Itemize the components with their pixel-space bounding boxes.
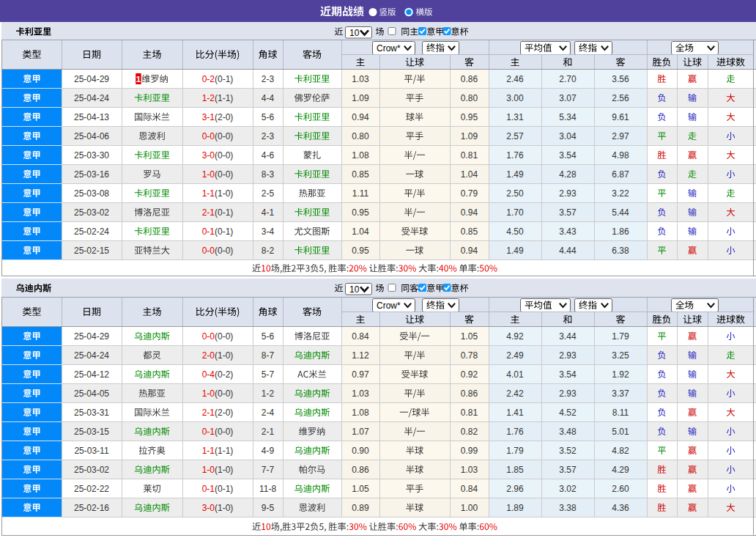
svg-text:4.52: 4.52 — [559, 408, 577, 418]
svg-text:1-0(1-0): 1-0(1-0) — [202, 465, 234, 475]
svg-text:8-3: 8-3 — [262, 169, 275, 180]
svg-text:2.50: 2.50 — [506, 188, 524, 199]
svg-text:25-03-02: 25-03-02 — [74, 207, 109, 218]
svg-text:1.89: 1.89 — [506, 503, 524, 513]
svg-text:0.80: 0.80 — [461, 93, 478, 103]
svg-text:4-9: 4-9 — [262, 446, 275, 456]
svg-text:25-04-05: 25-04-05 — [74, 388, 109, 399]
svg-text:25-02-16: 25-02-16 — [74, 503, 109, 513]
svg-text:0.86: 0.86 — [461, 74, 478, 84]
svg-text:1.86: 1.86 — [612, 226, 629, 237]
svg-text:3.07: 3.07 — [559, 93, 577, 103]
svg-text:0.84: 0.84 — [352, 331, 369, 342]
svg-text:1.92: 1.92 — [612, 369, 629, 380]
svg-text:1.31: 1.31 — [506, 112, 524, 122]
svg-text:4-4: 4-4 — [262, 93, 275, 103]
svg-text:1.04: 1.04 — [461, 169, 478, 180]
svg-text:2-3: 2-3 — [262, 74, 275, 84]
svg-text:1.76: 1.76 — [506, 427, 524, 437]
svg-text:1.08: 1.08 — [352, 408, 369, 418]
svg-text:1.03: 1.03 — [461, 465, 478, 475]
svg-text:3.54: 3.54 — [559, 150, 577, 161]
svg-text:2.57: 2.57 — [506, 131, 524, 141]
svg-text:1.41: 1.41 — [506, 408, 524, 418]
svg-text:0.94: 0.94 — [461, 246, 478, 256]
svg-text:3.56: 3.56 — [612, 74, 629, 84]
svg-text:2.56: 2.56 — [612, 93, 629, 103]
svg-text:25-03-31: 25-03-31 — [74, 408, 109, 418]
svg-text:4.98: 4.98 — [612, 150, 629, 161]
svg-text:25-04-24: 25-04-24 — [74, 350, 109, 361]
svg-text:25-03-15: 25-03-15 — [74, 427, 109, 437]
svg-text:1-1(1-0): 1-1(1-0) — [202, 188, 234, 199]
svg-text:0-1(0-0): 0-1(0-0) — [202, 427, 234, 437]
svg-text:1.11: 1.11 — [352, 188, 369, 199]
svg-text:1.85: 1.85 — [506, 465, 524, 475]
svg-text:25-04-12: 25-04-12 — [74, 369, 109, 380]
svg-text:3-1(2-0): 3-1(2-0) — [202, 112, 234, 122]
svg-text:0.79: 0.79 — [461, 188, 478, 199]
svg-text:25-04-06: 25-04-06 — [74, 131, 109, 141]
svg-text:1.04: 1.04 — [352, 226, 369, 237]
svg-text:9-5: 9-5 — [262, 503, 275, 513]
svg-text:25-04-29: 25-04-29 — [74, 331, 109, 342]
svg-text:3.38: 3.38 — [559, 503, 577, 513]
svg-text:0.92: 0.92 — [461, 369, 478, 380]
svg-text:1.05: 1.05 — [352, 484, 369, 494]
svg-text:1.09: 1.09 — [352, 93, 369, 103]
svg-text:4.28: 4.28 — [559, 169, 577, 180]
svg-text:1-0(0-0): 1-0(0-0) — [202, 388, 234, 399]
svg-text:2-4: 2-4 — [262, 408, 275, 418]
svg-text:1.03: 1.03 — [352, 388, 369, 399]
svg-text:3.43: 3.43 — [559, 226, 577, 237]
svg-text:4-6: 4-6 — [262, 150, 275, 161]
svg-text:0.86: 0.86 — [352, 465, 369, 475]
svg-text:1.08: 1.08 — [352, 150, 369, 161]
svg-text:0.89: 0.89 — [352, 503, 369, 513]
svg-text:1.49: 1.49 — [506, 169, 524, 180]
svg-text:5.44: 5.44 — [612, 207, 629, 218]
svg-text:1-2(1-1): 1-2(1-1) — [202, 93, 234, 103]
svg-text:0.95: 0.95 — [352, 207, 369, 218]
svg-text:4.92: 4.92 — [506, 331, 524, 342]
svg-text:2-1(0-1): 2-1(0-1) — [202, 207, 234, 218]
svg-text:0.99: 0.99 — [461, 446, 478, 456]
svg-text:0.95: 0.95 — [352, 246, 369, 256]
svg-text:4.36: 4.36 — [612, 503, 629, 513]
svg-text:1-2: 1-2 — [262, 388, 275, 399]
svg-text:1.12: 1.12 — [352, 350, 369, 361]
svg-text:Crow*: Crow* — [377, 43, 401, 54]
svg-text:0.85: 0.85 — [352, 169, 369, 180]
svg-text:4.50: 4.50 — [506, 226, 524, 237]
svg-text:9.61: 9.61 — [612, 112, 629, 122]
svg-text:1.09: 1.09 — [461, 131, 478, 141]
svg-text:0.81: 0.81 — [461, 408, 478, 418]
svg-text:1.05: 1.05 — [461, 331, 478, 342]
svg-text:2.96: 2.96 — [506, 484, 524, 494]
svg-text:3.37: 3.37 — [612, 388, 629, 399]
svg-text:3.57: 3.57 — [559, 465, 577, 475]
svg-text:25-02-22: 25-02-22 — [74, 484, 109, 494]
svg-text:Crow*: Crow* — [377, 301, 401, 311]
svg-text:2.60: 2.60 — [612, 484, 629, 494]
svg-text:1.79: 1.79 — [612, 331, 629, 342]
svg-text:0-1(0-1): 0-1(0-1) — [202, 484, 234, 494]
svg-text:2.93: 2.93 — [559, 188, 577, 199]
svg-text:8-2: 8-2 — [262, 246, 275, 256]
svg-text:4-1: 4-1 — [262, 207, 275, 218]
svg-text:25-02-24: 25-02-24 — [74, 226, 109, 237]
svg-text:5-7: 5-7 — [262, 369, 275, 380]
svg-text:25-03-11: 25-03-11 — [74, 446, 108, 456]
svg-text:0.95: 0.95 — [461, 112, 478, 122]
svg-text:1.07: 1.07 — [352, 427, 369, 437]
svg-text:2-1(2-0): 2-1(2-0) — [202, 408, 234, 418]
svg-text:1: 1 — [136, 75, 141, 84]
svg-text:1.76: 1.76 — [506, 150, 524, 161]
svg-text:5-6: 5-6 — [262, 331, 275, 342]
svg-text:0.86: 0.86 — [461, 388, 478, 399]
svg-text:0.94: 0.94 — [352, 112, 369, 122]
svg-text:25-04-13: 25-04-13 — [74, 112, 109, 122]
svg-text:5-6: 5-6 — [262, 112, 275, 122]
svg-text:1.79: 1.79 — [506, 446, 524, 456]
svg-text:1.49: 1.49 — [506, 246, 524, 256]
